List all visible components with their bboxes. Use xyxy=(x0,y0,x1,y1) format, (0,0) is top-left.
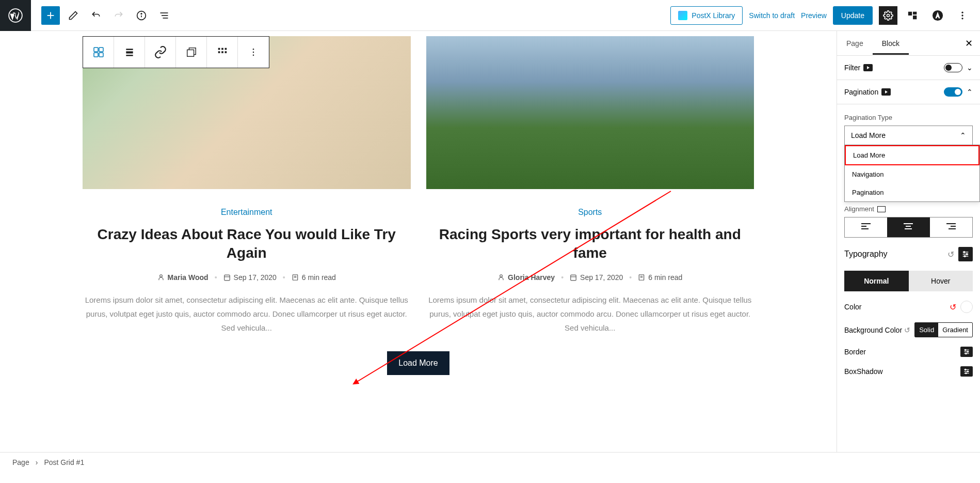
breadcrumb: Page › Post Grid #1 xyxy=(0,452,980,472)
post-category[interactable]: Sports xyxy=(426,208,754,217)
load-more-button[interactable]: Load More xyxy=(387,351,449,375)
breadcrumb-page[interactable]: Page xyxy=(12,458,29,466)
svg-point-61 xyxy=(966,254,968,255)
undo-icon[interactable] xyxy=(87,6,105,25)
svg-rect-36 xyxy=(224,275,230,281)
color-swatch[interactable] xyxy=(960,301,973,313)
library-icon xyxy=(678,11,687,20)
post-grid-block[interactable]: Entertainment Crazy Ideas About Race You… xyxy=(83,36,754,335)
layers-icon[interactable] xyxy=(176,37,207,68)
info-icon[interactable] xyxy=(132,6,151,25)
help-icon[interactable] xyxy=(928,6,947,25)
bg-solid-button[interactable]: Solid xyxy=(915,323,938,337)
chevron-up-icon: ⌃ xyxy=(960,131,966,139)
postx-library-button[interactable]: PostX Library xyxy=(670,6,743,25)
align-icon[interactable] xyxy=(114,37,145,68)
more-icon[interactable] xyxy=(953,6,972,25)
post-category[interactable]: Entertainment xyxy=(83,208,411,217)
filter-label: Filter xyxy=(844,64,860,72)
redo-icon[interactable] xyxy=(109,6,128,25)
boxshadow-edit-icon[interactable] xyxy=(960,366,973,377)
layout-icon[interactable] xyxy=(904,6,922,25)
svg-rect-18 xyxy=(99,48,103,52)
svg-rect-22 xyxy=(126,51,133,53)
reset-icon[interactable]: ↺ xyxy=(904,326,910,334)
boxshadow-row: BoxShadow xyxy=(844,366,973,377)
svg-point-34 xyxy=(253,55,254,56)
close-icon[interactable]: ✕ xyxy=(958,38,980,49)
dropdown-option-pagination[interactable]: Pagination xyxy=(845,183,979,201)
pagination-toggle[interactable] xyxy=(944,87,962,97)
align-left-button[interactable] xyxy=(845,217,887,237)
svg-rect-28 xyxy=(224,48,227,50)
tab-page[interactable]: Page xyxy=(837,32,873,55)
tab-block[interactable]: Block xyxy=(873,32,909,55)
main-content: Entertainment Crazy Ideas About Race You… xyxy=(0,31,980,452)
svg-rect-42 xyxy=(571,275,576,281)
author-icon xyxy=(157,274,165,281)
svg-rect-10 xyxy=(908,11,912,15)
add-block-button[interactable] xyxy=(41,6,60,25)
author-icon xyxy=(497,274,505,281)
preview-button[interactable]: Preview xyxy=(801,11,827,20)
align-right-button[interactable] xyxy=(930,217,972,237)
dropdown-option-navigation[interactable]: Navigation xyxy=(845,165,979,183)
post-date: Sep 17, 2020 xyxy=(234,273,277,282)
dropdown-option-loadmore[interactable]: Load More xyxy=(845,145,979,165)
post-card: Sports Racing Sports very important for … xyxy=(426,36,754,335)
block-type-icon[interactable] xyxy=(83,37,114,68)
post-meta: Gloria Harvey • Sep 17, 2020 • 6 min rea… xyxy=(426,273,754,282)
pagination-panel-header[interactable]: Pagination ⌃ xyxy=(837,80,980,104)
alignment-control xyxy=(844,217,973,238)
svg-rect-19 xyxy=(94,53,98,57)
pagination-type-select[interactable]: Load More ⌃ xyxy=(844,126,973,145)
reset-icon[interactable]: ↺ xyxy=(947,250,954,259)
switch-draft-button[interactable]: Switch to draft xyxy=(749,11,795,20)
tab-hover[interactable]: Hover xyxy=(909,271,973,291)
reset-icon[interactable]: ↺ xyxy=(950,302,956,312)
filter-panel-header[interactable]: Filter ⌄ xyxy=(837,56,980,80)
link-icon[interactable] xyxy=(145,37,176,68)
pagination-type-dropdown: Load More Navigation Pagination xyxy=(844,145,980,202)
post-author: Gloria Harvey xyxy=(508,273,555,282)
post-excerpt: Lorems ipsum dolor sit amet, consectetur… xyxy=(426,293,754,335)
more-options-icon[interactable] xyxy=(238,37,269,68)
border-label: Border xyxy=(844,348,866,356)
svg-point-63 xyxy=(964,256,966,257)
update-button[interactable]: Update xyxy=(833,6,873,25)
chevron-down-icon[interactable]: ⌄ xyxy=(967,64,973,72)
filter-toggle[interactable] xyxy=(944,63,962,72)
pagination-type-label: Pagination Type xyxy=(844,114,973,121)
readtime-icon xyxy=(638,274,645,281)
align-center-button[interactable] xyxy=(887,217,929,237)
border-edit-icon[interactable] xyxy=(960,347,973,357)
svg-rect-31 xyxy=(224,51,227,53)
post-date: Sep 17, 2020 xyxy=(580,273,623,282)
alignment-label: Alignment xyxy=(844,205,973,213)
editor-canvas[interactable]: Entertainment Crazy Ideas About Race You… xyxy=(0,31,837,452)
svg-rect-20 xyxy=(99,53,103,57)
svg-point-65 xyxy=(965,349,966,350)
post-title: Racing Sports very important for health … xyxy=(426,225,754,263)
svg-point-32 xyxy=(253,49,254,50)
outline-icon[interactable] xyxy=(155,6,173,25)
bg-gradient-button[interactable]: Gradient xyxy=(938,323,972,337)
tab-normal[interactable]: Normal xyxy=(844,271,909,291)
typography-edit-icon[interactable] xyxy=(958,247,973,261)
svg-rect-23 xyxy=(126,55,133,56)
settings-icon[interactable] xyxy=(879,6,897,25)
svg-rect-17 xyxy=(94,48,98,52)
chevron-up-icon[interactable]: ⌃ xyxy=(967,88,973,96)
top-bar: PostX Library Switch to draft Preview Up… xyxy=(0,0,980,31)
device-icon[interactable] xyxy=(877,206,886,212)
settings-sidebar: Page Block ✕ Filter ⌄ Pagination ⌃ Pagin… xyxy=(837,31,980,452)
border-row: Border xyxy=(844,347,973,357)
toolbar-left xyxy=(31,6,173,25)
post-image xyxy=(426,36,754,189)
wordpress-logo[interactable] xyxy=(0,0,31,31)
typography-label: Typography xyxy=(844,250,888,259)
columns-icon[interactable] xyxy=(207,37,238,68)
edit-icon[interactable] xyxy=(64,6,83,25)
svg-point-33 xyxy=(253,52,254,53)
breadcrumb-block[interactable]: Post Grid #1 xyxy=(44,458,84,466)
